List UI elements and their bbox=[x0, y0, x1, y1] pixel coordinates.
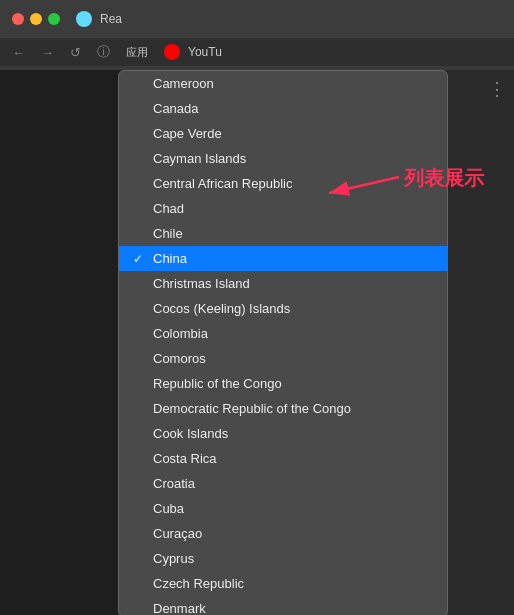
refresh-button[interactable]: ↺ bbox=[66, 43, 85, 62]
annotation-text: 列表展示 bbox=[404, 165, 484, 192]
dropdown-item-label: Cameroon bbox=[153, 76, 214, 91]
dropdown-item-label: Cape Verde bbox=[153, 126, 222, 141]
country-dropdown[interactable]: CameroonCanadaCape VerdeCayman IslandsCe… bbox=[118, 70, 448, 615]
dropdown-item-label: Comoros bbox=[153, 351, 206, 366]
dropdown-item-label: Cocos (Keeling) Islands bbox=[153, 301, 290, 316]
dropdown-item-label: Canada bbox=[153, 101, 199, 116]
dropdown-item-label: Chile bbox=[153, 226, 183, 241]
dropdown-item[interactable]: Republic of the Congo bbox=[119, 371, 447, 396]
title-bar: Rea bbox=[0, 0, 514, 38]
dropdown-item-label: Denmark bbox=[153, 601, 206, 615]
dropdown-item[interactable]: Czech Republic bbox=[119, 571, 447, 596]
dropdown-item-label: Cuba bbox=[153, 501, 184, 516]
annotation-arrow bbox=[309, 165, 409, 205]
dropdown-item-label: Christmas Island bbox=[153, 276, 250, 291]
tab-label: Rea bbox=[100, 12, 122, 26]
dropdown-item-label: Curaçao bbox=[153, 526, 202, 541]
dropdown-item[interactable]: Cyprus bbox=[119, 546, 447, 571]
dropdown-item[interactable]: Democratic Republic of the Congo bbox=[119, 396, 447, 421]
dropdown-item[interactable]: Denmark bbox=[119, 596, 447, 615]
dropdown-item-label: Chad bbox=[153, 201, 184, 216]
dropdown-item[interactable]: Cocos (Keeling) Islands bbox=[119, 296, 447, 321]
dropdown-item[interactable]: ✓China bbox=[119, 246, 447, 271]
checkmark-icon: ✓ bbox=[133, 252, 147, 266]
dropdown-item-label: Republic of the Congo bbox=[153, 376, 282, 391]
dropdown-item[interactable]: Canada bbox=[119, 96, 447, 121]
dropdown-item[interactable]: Croatia bbox=[119, 471, 447, 496]
dropdown-item-label: Cyprus bbox=[153, 551, 194, 566]
dropdown-item[interactable]: Comoros bbox=[119, 346, 447, 371]
dropdown-list: CameroonCanadaCape VerdeCayman IslandsCe… bbox=[119, 71, 447, 615]
dropdown-item[interactable]: Cape Verde bbox=[119, 121, 447, 146]
info-button[interactable]: ⓘ bbox=[93, 41, 114, 63]
browser-chrome: Rea ← → ↺ ⓘ 应用 YouTu bbox=[0, 0, 514, 70]
dropdown-item-label: Cayman Islands bbox=[153, 151, 246, 166]
dropdown-item[interactable]: Chile bbox=[119, 221, 447, 246]
address-bar: ← → ↺ ⓘ 应用 YouTu bbox=[0, 38, 514, 66]
dropdown-item[interactable]: Christmas Island bbox=[119, 271, 447, 296]
annotation: 列表展示 bbox=[404, 165, 484, 192]
dropdown-item-label: Colombia bbox=[153, 326, 208, 341]
dropdown-item-label: Costa Rica bbox=[153, 451, 217, 466]
traffic-lights bbox=[12, 13, 60, 25]
minimize-button[interactable] bbox=[30, 13, 42, 25]
dropdown-item-label: China bbox=[153, 251, 187, 266]
apps-label: 应用 bbox=[126, 45, 148, 60]
back-button[interactable]: ← bbox=[8, 43, 29, 62]
maximize-button[interactable] bbox=[48, 13, 60, 25]
dropdown-item[interactable]: Cook Islands bbox=[119, 421, 447, 446]
dropdown-item-label: Central African Republic bbox=[153, 176, 292, 191]
youtube-icon bbox=[164, 44, 180, 60]
react-tab-icon bbox=[76, 11, 92, 27]
dropdown-item[interactable]: Colombia bbox=[119, 321, 447, 346]
sidebar bbox=[0, 70, 130, 615]
main-area: ⋮ CameroonCanadaCape VerdeCayman Islands… bbox=[0, 70, 514, 615]
dropdown-item-label: Croatia bbox=[153, 476, 195, 491]
forward-button[interactable]: → bbox=[37, 43, 58, 62]
close-button[interactable] bbox=[12, 13, 24, 25]
dropdown-item-label: Democratic Republic of the Congo bbox=[153, 401, 351, 416]
dropdown-item[interactable]: Curaçao bbox=[119, 521, 447, 546]
dropdown-item-label: Czech Republic bbox=[153, 576, 244, 591]
dropdown-item[interactable]: Cuba bbox=[119, 496, 447, 521]
dropdown-item[interactable]: Cameroon bbox=[119, 71, 447, 96]
dropdown-item-label: Cook Islands bbox=[153, 426, 228, 441]
dropdown-item[interactable]: Costa Rica bbox=[119, 446, 447, 471]
youtube-label: YouTu bbox=[188, 45, 222, 59]
more-options-icon[interactable]: ⋮ bbox=[488, 78, 506, 100]
svg-line-1 bbox=[329, 177, 399, 193]
